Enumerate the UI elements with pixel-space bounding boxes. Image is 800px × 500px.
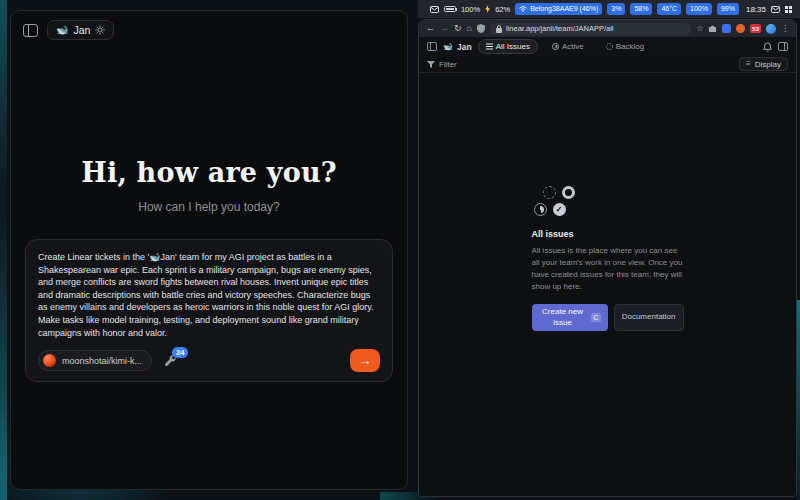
all-issues-empty-state: ✓ All issues All issues is the place whe… bbox=[532, 186, 684, 331]
model-selector[interactable]: moonshotai/kimi-k... bbox=[38, 350, 152, 371]
tray-badge-2[interactable]: 58% bbox=[630, 3, 652, 14]
sidebar-toggle-icon[interactable] bbox=[23, 24, 38, 37]
empty-state-actions: Create new issue C Documentation bbox=[532, 304, 684, 331]
tray-badge-temp[interactable]: 46°C bbox=[657, 3, 681, 14]
tab-backlog[interactable]: Backlog bbox=[598, 39, 652, 55]
battery-percent: 100% bbox=[461, 5, 480, 14]
filter-label: Filter bbox=[439, 60, 457, 69]
documentation-button[interactable]: Documentation bbox=[614, 304, 684, 331]
system-status-bar: 100% 62% Belong38AAE9 (46%) 3% 58% 46°C … bbox=[418, 0, 800, 18]
browser-toolbar: ← → ↻ ⌂ linear.app/janii/team/JANAPP/all… bbox=[419, 20, 796, 37]
tools-button[interactable]: 24 bbox=[164, 354, 177, 367]
moonshot-logo-icon bbox=[43, 354, 56, 367]
backlog-dashed-icon bbox=[606, 43, 613, 50]
greeting-block: Hi, how are you? How can I help you toda… bbox=[11, 157, 407, 214]
app-grid-icon[interactable] bbox=[785, 6, 792, 13]
todo-circle-icon bbox=[562, 186, 575, 199]
browser-menu-icon[interactable]: ⋮ bbox=[781, 25, 789, 33]
bell-icon[interactable] bbox=[763, 42, 772, 52]
linear-workspace[interactable]: 🐋 Jan bbox=[443, 42, 472, 52]
battery-icon[interactable] bbox=[444, 6, 456, 12]
panel-left-icon[interactable] bbox=[427, 42, 437, 51]
home-button[interactable]: ⌂ bbox=[467, 24, 472, 33]
sliders-icon: ≡ bbox=[746, 60, 751, 68]
linear-filter-bar: Filter ≡ Display bbox=[419, 56, 796, 73]
send-button[interactable]: → bbox=[350, 349, 380, 372]
tray-badge-3[interactable]: 100% bbox=[686, 3, 712, 14]
browser-window: ← → ↻ ⌂ linear.app/janii/team/JANAPP/all… bbox=[418, 19, 797, 497]
extension-blue-icon[interactable] bbox=[722, 24, 731, 33]
linear-header: 🐋 Jan All Issues Active Backlog bbox=[419, 37, 796, 56]
prompt-input[interactable]: Create Linear tickets in the '🐋Jan' team… bbox=[38, 251, 380, 339]
jan-topbar: 🐋 Jan bbox=[11, 11, 407, 49]
in-progress-icon bbox=[552, 43, 559, 50]
tab-label: Active bbox=[562, 42, 584, 52]
tab-label: Backlog bbox=[616, 42, 644, 52]
status-icons-illustration: ✓ bbox=[534, 186, 684, 219]
profile-avatar[interactable] bbox=[766, 24, 776, 34]
charge-percent: 62% bbox=[495, 5, 510, 14]
desktop-glow-left-edge bbox=[0, 0, 7, 500]
tray-badge-1[interactable]: 3% bbox=[607, 3, 625, 14]
check-icon: ✓ bbox=[556, 206, 563, 214]
done-circle-icon: ✓ bbox=[553, 203, 566, 216]
adblock-extension-icon[interactable]: 53 bbox=[750, 24, 761, 33]
panel-right-icon[interactable] bbox=[778, 42, 788, 51]
workspace-selector[interactable]: 🐋 Jan bbox=[47, 20, 114, 40]
forward-button[interactable]: → bbox=[440, 24, 449, 33]
lock-icon bbox=[496, 25, 502, 33]
charging-bolt-icon bbox=[485, 5, 490, 13]
clock[interactable]: 18:35 bbox=[746, 5, 766, 14]
extension-orange-icon[interactable] bbox=[736, 24, 745, 33]
create-new-issue-button[interactable]: Create new issue C bbox=[532, 304, 608, 331]
whale-emoji-icon: 🐋 bbox=[56, 25, 68, 35]
bookmark-star-icon[interactable]: ☆ bbox=[696, 25, 703, 33]
greeting-title: Hi, how are you? bbox=[11, 157, 407, 188]
extensions-puzzle-icon[interactable] bbox=[708, 24, 717, 33]
funnel-icon bbox=[427, 61, 435, 68]
tools-count-badge: 24 bbox=[172, 347, 188, 358]
tab-label: All Issues bbox=[496, 42, 530, 52]
tray-badge-4[interactable]: 99% bbox=[717, 3, 739, 14]
reload-button[interactable]: ↻ bbox=[454, 24, 462, 33]
url-text: linear.app/janii/team/JANAPP/all bbox=[506, 24, 614, 33]
gear-icon[interactable] bbox=[95, 25, 105, 35]
model-name: moonshotai/kimi-k... bbox=[62, 356, 142, 366]
empty-state-description: All issues is the place where you can se… bbox=[532, 245, 684, 293]
greeting-subtitle: How can I help you today? bbox=[11, 200, 407, 214]
wifi-network-badge[interactable]: Belong38AAE9 (46%) bbox=[515, 3, 602, 14]
back-button[interactable]: ← bbox=[426, 24, 435, 33]
linear-workspace-name: Jan bbox=[457, 42, 472, 52]
linear-main-content: ✓ All issues All issues is the place whe… bbox=[419, 73, 796, 496]
prompt-composer[interactable]: Create Linear tickets in the '🐋Jan' team… bbox=[25, 239, 393, 382]
create-issue-label: Create new issue bbox=[539, 307, 587, 328]
backlog-circle-icon bbox=[543, 186, 556, 199]
wifi-ssid-label: Belong38AAE9 (46%) bbox=[530, 5, 598, 13]
wifi-icon bbox=[519, 6, 527, 12]
whale-emoji-icon: 🐋 bbox=[443, 43, 453, 51]
shield-icon[interactable] bbox=[477, 24, 485, 33]
issues-list-icon bbox=[486, 43, 493, 50]
composer-controls: moonshotai/kimi-k... 24 → bbox=[38, 349, 380, 372]
notifications-mail-icon[interactable] bbox=[771, 6, 780, 13]
display-label: Display bbox=[755, 60, 781, 69]
mail-icon[interactable] bbox=[430, 6, 439, 13]
display-button[interactable]: ≡ Display bbox=[739, 57, 788, 71]
shortcut-hint: C bbox=[591, 313, 601, 322]
send-arrow-icon: → bbox=[359, 354, 372, 367]
address-bar[interactable]: linear.app/janii/team/JANAPP/all bbox=[490, 23, 691, 35]
workspace-name: Jan bbox=[73, 24, 90, 36]
jan-app-window: 🐋 Jan Hi, how are you? How can I help yo… bbox=[10, 10, 408, 490]
in-progress-circle-icon bbox=[534, 203, 547, 216]
filter-button[interactable]: Filter bbox=[427, 60, 457, 69]
tab-active[interactable]: Active bbox=[544, 39, 592, 55]
empty-state-title: All issues bbox=[532, 229, 684, 239]
tab-all-issues[interactable]: All Issues bbox=[478, 39, 538, 55]
